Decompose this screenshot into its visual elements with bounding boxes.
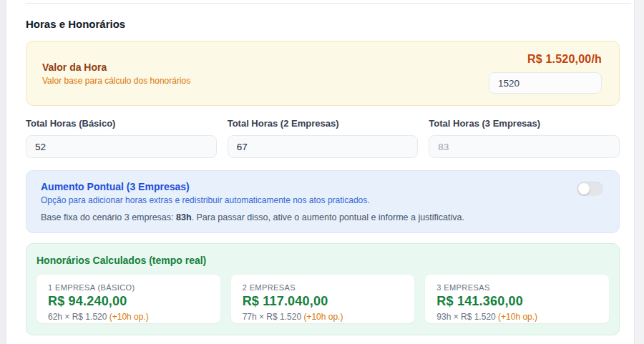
hours-fields-row: Total Horas (Básico) Total Horas (2 Empr…	[26, 118, 620, 158]
hours-3-companies-label: Total Horas (3 Empresas)	[429, 118, 620, 129]
punctual-increase-note: Base fixa do cenário 3 empresas: 83h. Pa…	[41, 212, 605, 223]
hours-2-companies-label: Total Horas (2 Empresas)	[228, 118, 419, 129]
calculated-fees-title: Honorários Calculados (tempo real)	[36, 255, 609, 266]
hour-rate-value-block: R$ 1.520,00/h	[489, 53, 602, 94]
hours-field-2-companies: Total Horas (2 Empresas)	[228, 118, 419, 158]
punctual-increase-toggle[interactable]	[577, 182, 603, 196]
fee-card-formula: 93h × R$ 1.520 (+10h op.)	[436, 312, 597, 322]
fee-card-label: 1 EMPRESA (BÁSICO)	[48, 283, 209, 292]
hour-rate-text: Valor da Hora Valor base para cálculo do…	[42, 62, 190, 86]
left-page-edge	[0, 0, 6, 344]
fee-card-1-company: 1 EMPRESA (BÁSICO) R$ 94.240,00 62h × R$…	[36, 275, 220, 323]
fee-card-amount: R$ 94.240,00	[48, 294, 209, 309]
hours-basic-label: Total Horas (Básico)	[26, 118, 217, 129]
fee-card-label: 3 EMPRESAS	[436, 283, 597, 292]
calculated-fees-panel: Honorários Calculados (tempo real) 1 EMP…	[26, 243, 620, 335]
hours-field-3-companies: Total Horas (3 Empresas)	[429, 118, 620, 158]
punctual-increase-description: Opção para adicionar horas extras e redi…	[41, 195, 605, 205]
punctual-increase-panel: Aumento Pontual (3 Empresas) Opção para …	[26, 170, 620, 233]
vertical-scrollbar[interactable]	[634, 0, 644, 344]
fee-card-amount: R$ 141.360,00	[436, 294, 597, 309]
hour-rate-title: Valor da Hora	[42, 62, 190, 73]
fee-card-formula: 62h × R$ 1.520 (+10h op.)	[48, 312, 209, 322]
fee-card-label: 2 EMPRESAS	[243, 283, 404, 292]
hours-fees-section: Horas e Honorários Valor da Hora Valor b…	[26, 0, 631, 344]
hour-rate-subtitle: Valor base para cálculo dos honorários	[42, 76, 190, 86]
top-divider	[26, 3, 631, 4]
toggle-knob-icon	[578, 183, 590, 195]
hours-basic-input[interactable]	[26, 135, 217, 158]
punctual-increase-title: Aumento Pontual (3 Empresas)	[41, 181, 605, 192]
hour-rate-input[interactable]	[489, 72, 602, 94]
fee-card-formula: 77h × R$ 1.520 (+10h op.)	[243, 312, 404, 322]
base-hours-bold: 83h	[176, 212, 192, 222]
hours-2-companies-input[interactable]	[228, 135, 419, 158]
hours-3-companies-input	[429, 135, 620, 158]
hour-rate-panel: Valor da Hora Valor base para cálculo do…	[26, 41, 620, 106]
hour-rate-display: R$ 1.520,00/h	[527, 53, 602, 66]
fee-card-3-companies: 3 EMPRESAS R$ 141.360,00 93h × R$ 1.520 …	[425, 275, 609, 323]
fee-card-2-companies: 2 EMPRESAS R$ 117.040,00 77h × R$ 1.520 …	[231, 275, 415, 323]
fee-card-extra-hours: (+10h op.)	[303, 312, 343, 322]
fees-cards-row: 1 EMPRESA (BÁSICO) R$ 94.240,00 62h × R$…	[36, 275, 609, 323]
fee-card-amount: R$ 117.040,00	[243, 294, 404, 309]
section-title: Horas e Honorários	[26, 18, 631, 30]
hours-field-basic: Total Horas (Básico)	[26, 118, 217, 158]
fee-card-extra-hours: (+10h op.)	[109, 312, 149, 322]
fee-card-extra-hours: (+10h op.)	[498, 312, 537, 322]
